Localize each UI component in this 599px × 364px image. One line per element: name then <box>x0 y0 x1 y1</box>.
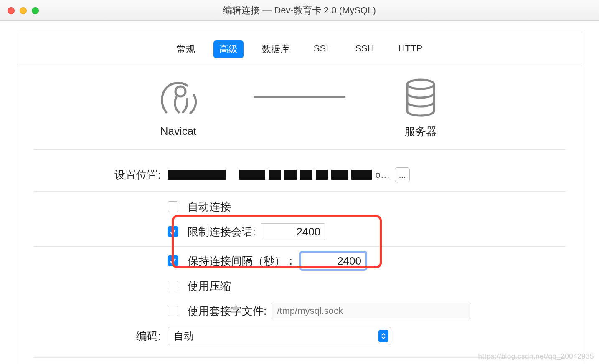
minimize-icon[interactable] <box>20 7 27 14</box>
limit-sessions-checkbox[interactable] <box>168 226 178 237</box>
svg-point-1 <box>407 80 434 89</box>
auto-connect-checkbox[interactable] <box>168 201 178 212</box>
tab-general[interactable]: 常规 <box>171 40 201 58</box>
chevron-up-down-icon <box>378 330 388 342</box>
titlebar: 编辑连接 — Dev-教育卡 2.0 (MySQL) <box>0 0 599 21</box>
limit-sessions-label: 限制连接会话: <box>188 225 256 239</box>
row-socket: 使用套接字文件: <box>17 298 582 324</box>
tab-http[interactable]: HTTP <box>393 40 428 58</box>
tab-database[interactable]: 数据库 <box>256 40 295 58</box>
database-icon <box>404 78 437 117</box>
window-title: 编辑连接 — Dev-教育卡 2.0 (MySQL) <box>0 0 599 21</box>
browse-button[interactable]: ... <box>395 167 410 182</box>
row-auto-connect: 自动连接 <box>17 194 582 219</box>
traffic-lights <box>8 7 39 14</box>
encoding-label: 编码: <box>34 329 168 344</box>
keepalive-label: 保持连接间隔（秒）： <box>188 254 296 268</box>
row-limit-sessions: 限制连接会话: <box>17 219 582 244</box>
socket-checkbox[interactable] <box>168 306 178 316</box>
navicat-icon <box>158 80 199 117</box>
location-label: 设置位置: <box>34 168 168 182</box>
tab-ssl[interactable]: SSL <box>308 40 337 58</box>
limit-sessions-input[interactable] <box>261 223 325 240</box>
zoom-icon[interactable] <box>32 7 39 14</box>
advanced-form: 设置位置: o... ... <box>17 150 582 364</box>
row-compression: 使用压缩 <box>17 273 582 298</box>
close-icon[interactable] <box>8 7 15 14</box>
compression-checkbox[interactable] <box>168 281 178 291</box>
keepalive-input[interactable] <box>301 253 365 269</box>
keepalive-checkbox[interactable] <box>168 255 178 266</box>
location-path: o... <box>168 169 390 181</box>
encoding-value: 自动 <box>174 329 194 343</box>
tabs: 常规 高级 数据库 SSL SSH HTTP <box>17 33 582 66</box>
watermark: https://blog.csdn.net/qq_20042935 <box>478 352 594 361</box>
row-encoding: 编码: 自动 <box>17 324 582 349</box>
dialog-frame: 常规 高级 数据库 SSL SSH HTTP Navicat <box>17 33 582 364</box>
connection-line-icon <box>254 96 345 98</box>
socket-label: 使用套接字文件: <box>188 304 267 318</box>
socket-path-input <box>272 303 470 319</box>
compression-label: 使用压缩 <box>188 279 231 293</box>
row-keepalive: 保持连接间隔（秒）： <box>17 248 582 273</box>
encoding-select[interactable]: 自动 <box>168 327 391 345</box>
connection-diagram: Navicat 服务器 <box>17 66 582 149</box>
svg-point-0 <box>175 86 185 96</box>
row-location: 设置位置: o... ... <box>17 162 582 187</box>
auto-connect-label: 自动连接 <box>188 200 231 214</box>
tab-advanced[interactable]: 高级 <box>213 40 244 58</box>
navicat-label: Navicat <box>160 125 197 138</box>
tab-ssh[interactable]: SSH <box>349 40 380 58</box>
server-label: 服务器 <box>404 124 437 139</box>
